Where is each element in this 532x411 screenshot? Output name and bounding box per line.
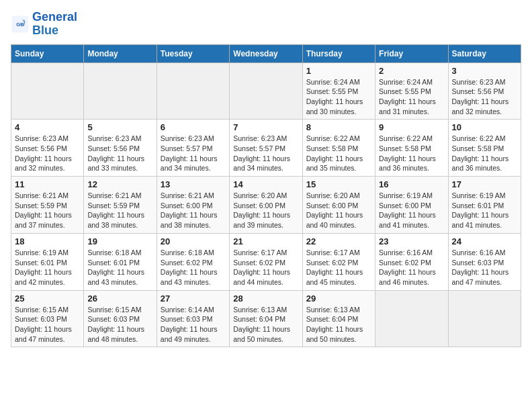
weekday-header: Wednesday [230,44,302,62]
day-info: Sunrise: 6:14 AM Sunset: 6:03 PM Dayligh… [161,305,226,345]
calendar-body: 1Sunrise: 6:24 AM Sunset: 5:55 PM Daylig… [11,62,521,347]
calendar-cell: 12Sunrise: 6:21 AM Sunset: 5:59 PM Dayli… [84,177,157,234]
day-number: 22 [306,236,371,246]
calendar-cell: 1Sunrise: 6:24 AM Sunset: 5:55 PM Daylig… [302,62,375,120]
day-info: Sunrise: 6:19 AM Sunset: 6:01 PM Dayligh… [452,191,517,230]
day-number: 4 [15,122,80,132]
calendar-cell: 26Sunrise: 6:15 AM Sunset: 6:03 PM Dayli… [84,290,157,347]
day-info: Sunrise: 6:19 AM Sunset: 6:01 PM Dayligh… [15,248,80,287]
day-number: 15 [306,179,371,189]
calendar-cell: 7Sunrise: 6:23 AM Sunset: 5:57 PM Daylig… [230,120,302,177]
day-info: Sunrise: 6:16 AM Sunset: 6:03 PM Dayligh… [452,248,517,287]
logo: GB General Blue [11,11,77,38]
calendar-cell: 10Sunrise: 6:22 AM Sunset: 5:58 PM Dayli… [448,120,521,177]
calendar-cell: 25Sunrise: 6:15 AM Sunset: 6:03 PM Dayli… [11,290,84,347]
weekday-header: Monday [84,44,157,62]
weekday-row: SundayMondayTuesdayWednesdayThursdayFrid… [11,44,521,62]
calendar-cell: 5Sunrise: 6:23 AM Sunset: 5:56 PM Daylig… [84,120,157,177]
calendar-cell [375,290,448,347]
day-info: Sunrise: 6:21 AM Sunset: 6:00 PM Dayligh… [161,191,226,230]
calendar-cell [11,62,84,120]
day-info: Sunrise: 6:20 AM Sunset: 6:00 PM Dayligh… [233,191,298,230]
calendar-cell: 27Sunrise: 6:14 AM Sunset: 6:03 PM Dayli… [157,290,229,347]
weekday-header: Friday [375,44,448,62]
day-info: Sunrise: 6:21 AM Sunset: 5:59 PM Dayligh… [87,191,152,230]
calendar-cell: 21Sunrise: 6:17 AM Sunset: 6:02 PM Dayli… [230,233,302,290]
calendar-cell: 15Sunrise: 6:20 AM Sunset: 6:00 PM Dayli… [302,177,375,234]
day-number: 28 [233,293,298,304]
calendar-week-row: 4Sunrise: 6:23 AM Sunset: 5:56 PM Daylig… [11,120,521,177]
day-info: Sunrise: 6:24 AM Sunset: 5:55 PM Dayligh… [306,77,371,117]
calendar-cell: 14Sunrise: 6:20 AM Sunset: 6:00 PM Dayli… [230,177,302,234]
calendar-cell: 2Sunrise: 6:24 AM Sunset: 5:55 PM Daylig… [375,62,448,120]
calendar-cell: 19Sunrise: 6:18 AM Sunset: 6:01 PM Dayli… [84,233,157,290]
day-number: 25 [15,293,80,304]
calendar-cell: 22Sunrise: 6:17 AM Sunset: 6:02 PM Dayli… [302,233,375,290]
day-number: 23 [379,236,444,246]
day-info: Sunrise: 6:22 AM Sunset: 5:58 PM Dayligh… [306,134,371,173]
calendar-cell: 16Sunrise: 6:19 AM Sunset: 6:00 PM Dayli… [375,177,448,234]
day-info: Sunrise: 6:15 AM Sunset: 6:03 PM Dayligh… [15,305,80,345]
day-number: 3 [452,66,517,76]
day-info: Sunrise: 6:17 AM Sunset: 6:02 PM Dayligh… [233,248,298,287]
calendar-cell [230,62,302,120]
day-number: 29 [306,293,371,304]
calendar-cell: 28Sunrise: 6:13 AM Sunset: 6:04 PM Dayli… [230,290,302,347]
weekday-header: Saturday [448,44,521,62]
day-number: 11 [15,179,80,189]
day-number: 9 [379,122,444,132]
calendar-cell: 18Sunrise: 6:19 AM Sunset: 6:01 PM Dayli… [11,233,84,290]
calendar-cell: 9Sunrise: 6:22 AM Sunset: 5:58 PM Daylig… [375,120,448,177]
calendar-week-row: 11Sunrise: 6:21 AM Sunset: 5:59 PM Dayli… [11,177,521,234]
calendar-cell: 29Sunrise: 6:13 AM Sunset: 6:04 PM Dayli… [302,290,375,347]
day-number: 10 [452,122,517,132]
weekday-header: Sunday [11,44,84,62]
calendar-cell: 4Sunrise: 6:23 AM Sunset: 5:56 PM Daylig… [11,120,84,177]
calendar-week-row: 18Sunrise: 6:19 AM Sunset: 6:01 PM Dayli… [11,233,521,290]
weekday-header: Thursday [302,44,375,62]
svg-text:GB: GB [16,21,24,28]
day-number: 21 [233,236,298,246]
day-number: 13 [161,179,226,189]
day-number: 7 [233,122,298,132]
calendar-cell: 13Sunrise: 6:21 AM Sunset: 6:00 PM Dayli… [157,177,229,234]
day-number: 12 [87,179,152,189]
calendar-cell: 20Sunrise: 6:18 AM Sunset: 6:02 PM Dayli… [157,233,229,290]
calendar-cell: 8Sunrise: 6:22 AM Sunset: 5:58 PM Daylig… [302,120,375,177]
day-number: 14 [233,179,298,189]
day-number: 16 [379,179,444,189]
day-info: Sunrise: 6:23 AM Sunset: 5:56 PM Dayligh… [87,134,152,173]
calendar-week-row: 25Sunrise: 6:15 AM Sunset: 6:03 PM Dayli… [11,290,521,347]
page-header: GB General Blue [11,11,521,38]
day-info: Sunrise: 6:23 AM Sunset: 5:56 PM Dayligh… [452,77,517,117]
calendar-cell [157,62,229,120]
day-info: Sunrise: 6:20 AM Sunset: 6:00 PM Dayligh… [306,191,371,230]
day-info: Sunrise: 6:24 AM Sunset: 5:55 PM Dayligh… [379,77,444,117]
day-info: Sunrise: 6:23 AM Sunset: 5:57 PM Dayligh… [161,134,226,173]
calendar-cell: 17Sunrise: 6:19 AM Sunset: 6:01 PM Dayli… [448,177,521,234]
calendar-header: SundayMondayTuesdayWednesdayThursdayFrid… [11,44,521,62]
calendar-cell: 23Sunrise: 6:16 AM Sunset: 6:02 PM Dayli… [375,233,448,290]
calendar-cell: 3Sunrise: 6:23 AM Sunset: 5:56 PM Daylig… [448,62,521,120]
logo-icon: GB [11,15,30,34]
calendar-cell: 11Sunrise: 6:21 AM Sunset: 5:59 PM Dayli… [11,177,84,234]
day-number: 1 [306,66,371,76]
day-info: Sunrise: 6:22 AM Sunset: 5:58 PM Dayligh… [379,134,444,173]
day-info: Sunrise: 6:17 AM Sunset: 6:02 PM Dayligh… [306,248,371,287]
day-number: 20 [161,236,226,246]
day-number: 18 [15,236,80,246]
day-info: Sunrise: 6:21 AM Sunset: 5:59 PM Dayligh… [15,191,80,230]
calendar-cell: 24Sunrise: 6:16 AM Sunset: 6:03 PM Dayli… [448,233,521,290]
day-info: Sunrise: 6:22 AM Sunset: 5:58 PM Dayligh… [452,134,517,173]
day-number: 8 [306,122,371,132]
calendar-cell [448,290,521,347]
day-number: 27 [161,293,226,304]
day-info: Sunrise: 6:23 AM Sunset: 5:57 PM Dayligh… [233,134,298,173]
weekday-header: Tuesday [157,44,229,62]
day-info: Sunrise: 6:23 AM Sunset: 5:56 PM Dayligh… [15,134,80,173]
day-number: 19 [87,236,152,246]
calendar-table: SundayMondayTuesdayWednesdayThursdayFrid… [11,44,521,348]
logo-text: General Blue [32,11,77,38]
day-info: Sunrise: 6:16 AM Sunset: 6:02 PM Dayligh… [379,248,444,287]
day-number: 17 [452,179,517,189]
